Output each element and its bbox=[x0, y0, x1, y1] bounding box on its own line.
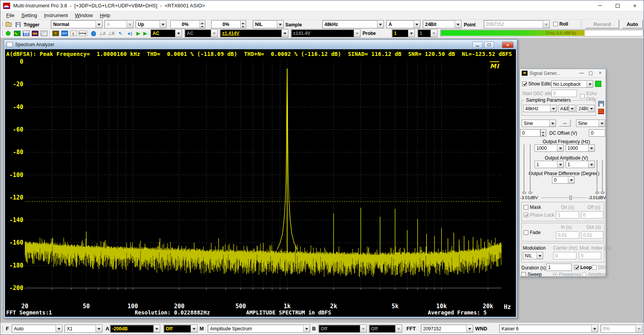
dual-display-icon[interactable]: ≈ bbox=[51, 30, 60, 37]
trigger-hpf-combo[interactable]: NIL bbox=[253, 20, 284, 28]
display-mode-combo[interactable]: Amplitude Spectrum bbox=[208, 325, 310, 333]
show-editor-checkbox[interactable]: Show Editor bbox=[522, 81, 554, 87]
carrier-input[interactable]: 0 bbox=[553, 252, 576, 259]
menu-setting[interactable]: Setting bbox=[18, 12, 40, 19]
phase-slider[interactable] bbox=[542, 198, 587, 198]
device-test-plan-icon[interactable] bbox=[89, 30, 98, 37]
slider-handle[interactable] bbox=[601, 192, 604, 194]
window-function-combo[interactable]: Kaiser 6 bbox=[499, 325, 598, 333]
amplitude-b-fine-slider[interactable] bbox=[602, 160, 603, 194]
sampling-rate-combo[interactable]: 48kHz bbox=[322, 20, 384, 28]
play-loop-icon[interactable]: ▶○ bbox=[142, 30, 150, 37]
sampling-channel-combo[interactable]: A bbox=[386, 20, 420, 28]
waveform-a-combo[interactable]: Sine bbox=[522, 120, 556, 127]
trigger-mode-combo[interactable]: Normal bbox=[51, 20, 102, 28]
coupling-b-combo[interactable]: AC bbox=[184, 29, 218, 37]
probe-a-combo[interactable]: 1 bbox=[392, 29, 415, 37]
dc-offset-spinner[interactable] bbox=[540, 129, 546, 137]
auto-button[interactable]: Auto bbox=[622, 20, 643, 28]
probe-calibration-icon[interactable]: ↖ bbox=[116, 30, 125, 37]
amplitude-a-fine-slider[interactable] bbox=[530, 144, 531, 194]
spin-up-icon[interactable] bbox=[541, 130, 546, 133]
siggen-dds-icon[interactable] bbox=[598, 109, 604, 114]
close-button[interactable]: × bbox=[626, 0, 644, 11]
range-b-combo[interactable]: ±141.4V bbox=[291, 29, 361, 37]
spectrum-restore-button[interactable] bbox=[484, 42, 494, 48]
fft-size-combo[interactable]: 2097152 bbox=[421, 325, 473, 333]
ddp-viewer-icon[interactable]: DDP⊕ bbox=[78, 30, 87, 37]
signal-generator-title-bar[interactable]: ≋ Signal Gener... — ▢ × bbox=[520, 69, 606, 78]
trigger-edge-combo[interactable]: Up bbox=[135, 20, 167, 28]
play-icon[interactable]: ▶ bbox=[134, 30, 142, 37]
open-file-icon[interactable] bbox=[4, 21, 13, 28]
spin-up-icon[interactable] bbox=[200, 21, 205, 24]
menu-file[interactable]: File bbox=[3, 12, 18, 19]
dds-checkbox[interactable]: DDS bbox=[592, 265, 608, 270]
dc-offset-b-input[interactable]: 0 bbox=[589, 129, 605, 137]
amplitude-b-slider[interactable] bbox=[597, 160, 598, 194]
siggen-minimize-button[interactable]: — bbox=[578, 70, 585, 76]
multimeter-icon[interactable]: 888 bbox=[31, 30, 39, 37]
point-count-combo[interactable]: 2097152 bbox=[484, 20, 550, 28]
mask-off-input[interactable]: 0 bbox=[581, 211, 603, 219]
overlap-combo[interactable]: 0% bbox=[601, 325, 642, 333]
phase-difference-combo[interactable]: 0 bbox=[552, 176, 575, 184]
dut-icon[interactable]: DUT bbox=[60, 30, 69, 37]
fade-in-input[interactable]: 0.01 bbox=[556, 231, 579, 239]
minimize-button[interactable] bbox=[591, 0, 609, 11]
frequency-axis-combo[interactable]: Auto bbox=[12, 325, 62, 333]
spectrum-3d-plot-icon[interactable]: ⋰ bbox=[40, 30, 48, 37]
duration-input[interactable]: 1 bbox=[546, 264, 572, 271]
frequency-b-combo[interactable]: 1000 bbox=[566, 144, 595, 152]
spin-down-icon[interactable] bbox=[541, 133, 546, 136]
sweep-frequency-radio[interactable]: Frequency bbox=[553, 272, 581, 277]
trigger-delay-spinner[interactable]: 0% bbox=[211, 20, 246, 28]
siggen-run-button[interactable] bbox=[595, 81, 601, 87]
siggen-save-icon[interactable] bbox=[598, 101, 604, 106]
amplitude-a-slider[interactable] bbox=[524, 144, 525, 194]
sampling-bits-combo[interactable]: 24Bit bbox=[423, 20, 462, 28]
slider-handle[interactable] bbox=[569, 196, 572, 200]
start-osc-input[interactable]: 0 bbox=[551, 90, 577, 97]
frequency-a-combo[interactable]: 1000 bbox=[535, 144, 564, 152]
toolbar-grip[interactable] bbox=[2, 325, 3, 332]
loopback-combo[interactable]: No Loopback bbox=[551, 80, 593, 88]
range-a-combo[interactable]: ±1.414V bbox=[220, 29, 288, 37]
modulation-type-combo[interactable]: NIL bbox=[523, 252, 543, 259]
slider-handle[interactable] bbox=[595, 192, 599, 194]
slider-handle[interactable] bbox=[529, 192, 532, 194]
spectrum-minimize-button[interactable] bbox=[472, 42, 483, 48]
loop-checkbox[interactable]: Loop bbox=[574, 265, 592, 270]
siggen-close-button[interactable]: × bbox=[596, 70, 604, 76]
trigger-level-spinner[interactable]: 0% bbox=[170, 20, 205, 28]
sweep-checkbox[interactable]: Sweep bbox=[521, 272, 542, 277]
run-stop-icon[interactable] bbox=[4, 30, 12, 37]
menu-window[interactable]: Window bbox=[71, 12, 96, 19]
menu-instrument[interactable]: Instrument bbox=[40, 12, 71, 19]
b-range-combo[interactable]: Off bbox=[318, 325, 367, 333]
fade-checkbox[interactable]: Fade bbox=[524, 230, 540, 235]
siggen-bits-combo[interactable]: 24Bit bbox=[576, 105, 595, 112]
siggen-maximize-button[interactable]: ▢ bbox=[587, 70, 595, 76]
amplitude-a-combo[interactable]: 1 bbox=[535, 161, 564, 168]
spin-down-icon[interactable] bbox=[241, 24, 246, 28]
sound-output-icon[interactable]: ◄) bbox=[125, 30, 134, 37]
dc-offset-a-input[interactable]: 0 bbox=[520, 129, 540, 137]
roll-checkbox[interactable]: Roll bbox=[553, 21, 568, 27]
siggen-channels-combo[interactable]: A&B bbox=[558, 105, 575, 112]
record-button[interactable]: Record bbox=[585, 20, 619, 28]
phase-lock-checkbox[interactable]: Phase Lock bbox=[524, 212, 554, 218]
save-icon[interactable] bbox=[14, 21, 22, 28]
zoom-combo[interactable]: X1 bbox=[64, 325, 102, 333]
ground-b-icon[interactable]: ⊥B bbox=[107, 30, 116, 37]
spin-up-icon[interactable] bbox=[241, 21, 246, 24]
coupling-a-combo[interactable]: AC bbox=[150, 29, 182, 37]
waveform-b-combo[interactable]: Sine bbox=[576, 120, 605, 127]
amplitude-b-combo[interactable]: 1 bbox=[566, 161, 595, 168]
ground-a-icon[interactable]: ⊥A bbox=[98, 30, 107, 37]
siggen-rate-combo[interactable]: 48kHz bbox=[523, 105, 557, 112]
probe-b-combo[interactable]: 1 bbox=[417, 29, 437, 37]
spectrum-close-button[interactable]: × bbox=[502, 42, 514, 48]
spectrum-title-bar[interactable]: Spectrum Analyzer × bbox=[4, 40, 517, 49]
toolbar-grip[interactable] bbox=[2, 21, 3, 27]
